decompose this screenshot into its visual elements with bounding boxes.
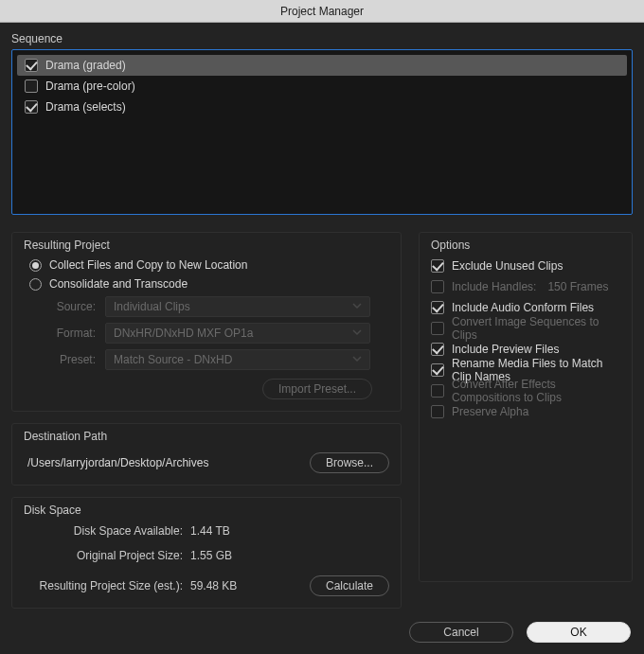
destination-path-label: Destination Path — [24, 430, 389, 443]
disk-resulting-label: Resulting Project Size (est.): — [24, 579, 183, 592]
sequence-name: Drama (graded) — [45, 59, 126, 72]
checkbox-icon[interactable] — [431, 363, 444, 377]
radio-label: Consolidate and Transcode — [49, 277, 188, 291]
checkbox-icon[interactable] — [431, 301, 444, 314]
checkbox-icon[interactable] — [25, 80, 38, 93]
option-exclude-unused[interactable]: Exclude Unused Clips — [431, 256, 620, 276]
resulting-project-group: Resulting Project Collect Files and Copy… — [11, 232, 402, 412]
checkbox-icon — [431, 405, 444, 418]
option-label: Convert After Effects Compositions to Cl… — [452, 378, 620, 404]
checkbox-icon[interactable] — [431, 343, 444, 356]
select-value: Match Source - DNxHD — [114, 353, 232, 366]
option-label: Preserve Alpha — [452, 405, 528, 418]
disk-available-value: 1.44 TB — [190, 524, 230, 538]
import-preset-button: Import Preset... — [262, 379, 372, 399]
preset-select: Match Source - DNxHD — [105, 349, 370, 370]
disk-space-label: Disk Space — [24, 504, 389, 517]
sequence-name: Drama (selects) — [45, 100, 126, 114]
format-label: Format: — [46, 327, 96, 340]
sequence-row[interactable]: Drama (pre-color) — [17, 76, 627, 97]
calculate-button[interactable]: Calculate — [310, 575, 389, 596]
option-label: Include Preview Files — [452, 343, 559, 356]
source-select: Individual Clips — [105, 296, 370, 317]
disk-original-value: 1.55 GB — [190, 549, 232, 562]
radio-collect[interactable]: Collect Files and Copy to New Location — [29, 256, 389, 274]
chevron-down-icon — [352, 327, 362, 340]
options-label: Options — [431, 239, 620, 252]
option-label: Include Handles: — [452, 280, 536, 293]
source-label: Source: — [46, 300, 96, 313]
disk-original-label: Original Project Size: — [24, 549, 183, 562]
ok-button[interactable]: OK — [527, 622, 631, 643]
sequence-row[interactable]: Drama (graded) — [17, 55, 627, 76]
radio-label: Collect Files and Copy to New Location — [49, 258, 247, 272]
titlebar: Project Manager — [0, 0, 644, 23]
dialog-body: Sequence Drama (graded) Drama (pre-color… — [0, 23, 644, 654]
chevron-down-icon — [352, 353, 362, 366]
radio-transcode[interactable]: Consolidate and Transcode — [29, 274, 389, 293]
sequence-row[interactable]: Drama (selects) — [17, 97, 627, 117]
select-value: DNxHR/DNxHD MXF OP1a — [114, 327, 253, 340]
checkbox-icon — [431, 280, 444, 293]
option-label: Exclude Unused Clips — [452, 259, 563, 273]
handles-value: 150 Frames — [547, 280, 608, 293]
option-label: Convert Image Sequences to Clips — [452, 315, 620, 342]
checkbox-icon — [431, 384, 444, 398]
sequence-label: Sequence — [11, 32, 633, 45]
destination-path-group: Destination Path /Users/larryjordan/Desk… — [11, 423, 402, 486]
radio-icon[interactable] — [29, 259, 42, 272]
disk-space-group: Disk Space Disk Space Available: 1.44 TB… — [11, 497, 402, 609]
option-convert-ae: Convert After Effects Compositions to Cl… — [431, 380, 620, 401]
option-include-handles: Include Handles: 150 Frames — [431, 276, 620, 297]
checkbox-icon[interactable] — [431, 259, 444, 273]
destination-path-value: /Users/larryjordan/Desktop/Archives — [27, 456, 208, 469]
disk-resulting-value: 59.48 KB — [190, 579, 237, 592]
window-title: Project Manager — [280, 5, 364, 18]
chevron-down-icon — [352, 300, 362, 313]
option-label: Include Audio Conform Files — [452, 301, 594, 314]
select-value: Individual Clips — [114, 300, 190, 313]
options-group: Options Exclude Unused Clips Include Han… — [419, 232, 633, 582]
sequence-list[interactable]: Drama (graded) Drama (pre-color) Drama (… — [11, 49, 633, 215]
preset-label: Preset: — [46, 353, 96, 366]
cancel-button[interactable]: Cancel — [409, 622, 513, 643]
checkbox-icon — [431, 322, 444, 335]
dialog-footer: Cancel OK — [409, 622, 631, 643]
format-select: DNxHR/DNxHD MXF OP1a — [105, 323, 370, 344]
sequence-name: Drama (pre-color) — [45, 80, 135, 93]
option-preserve-alpha: Preserve Alpha — [431, 401, 620, 422]
disk-available-label: Disk Space Available: — [24, 524, 183, 538]
checkbox-icon[interactable] — [25, 100, 38, 114]
checkbox-icon[interactable] — [25, 59, 38, 72]
browse-button[interactable]: Browse... — [310, 452, 389, 473]
radio-icon[interactable] — [29, 278, 42, 291]
option-convert-image-sequences: Convert Image Sequences to Clips — [431, 318, 620, 339]
resulting-project-label: Resulting Project — [24, 239, 389, 252]
